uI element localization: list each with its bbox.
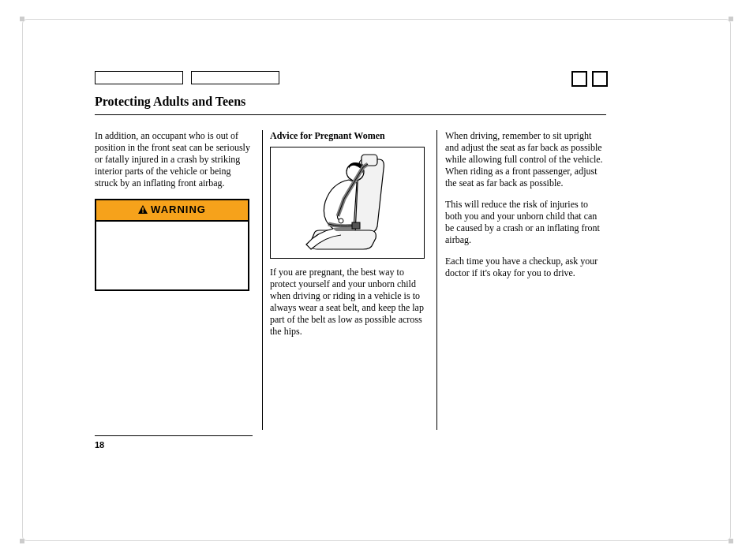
header-marker-box (571, 71, 587, 87)
svg-rect-3 (362, 155, 377, 166)
column-3: When driving, remember to sit upright an… (445, 130, 606, 430)
warning-triangle-icon (138, 204, 148, 217)
body-text: When driving, remember to sit upright an… (445, 130, 606, 189)
svg-point-5 (339, 218, 343, 223)
body-text: This will reduce the risk of injuries to… (445, 199, 606, 246)
warning-header: WARNING (96, 200, 248, 222)
column-1: In addition, an occupant who is out of p… (95, 130, 256, 430)
content-columns: In addition, an occupant who is out of p… (95, 130, 606, 430)
svg-rect-6 (352, 222, 360, 229)
subheading: Advice for Pregnant Women (270, 130, 431, 142)
body-text: If you are pregnant, the best way to pro… (270, 267, 431, 338)
pregnant-woman-seatbelt-illustration (270, 147, 425, 259)
corner-mark (729, 17, 733, 21)
corner-mark (20, 539, 24, 543)
footer-rule (95, 435, 253, 436)
column-2: Advice for Pregnant Women (270, 130, 431, 430)
title-rule (95, 114, 606, 115)
manual-page: Protecting Adults and Teens In addition,… (0, 0, 753, 560)
header-marker-box (592, 71, 608, 87)
corner-mark (729, 539, 733, 543)
page-number: 18 (95, 440, 104, 450)
corner-mark (20, 17, 24, 21)
svg-rect-1 (142, 207, 144, 211)
body-text: In addition, an occupant who is out of p… (95, 130, 256, 189)
warning-label: WARNING (151, 203, 206, 215)
body-text: Each time you have a checkup, ask your d… (445, 256, 606, 279)
svg-rect-2 (142, 211, 144, 213)
header-placeholder-box (95, 71, 183, 84)
header-placeholder-box (191, 71, 279, 84)
warning-box: WARNING (95, 199, 249, 291)
page-title: Protecting Adults and Teens (95, 95, 245, 109)
warning-body (96, 222, 248, 289)
